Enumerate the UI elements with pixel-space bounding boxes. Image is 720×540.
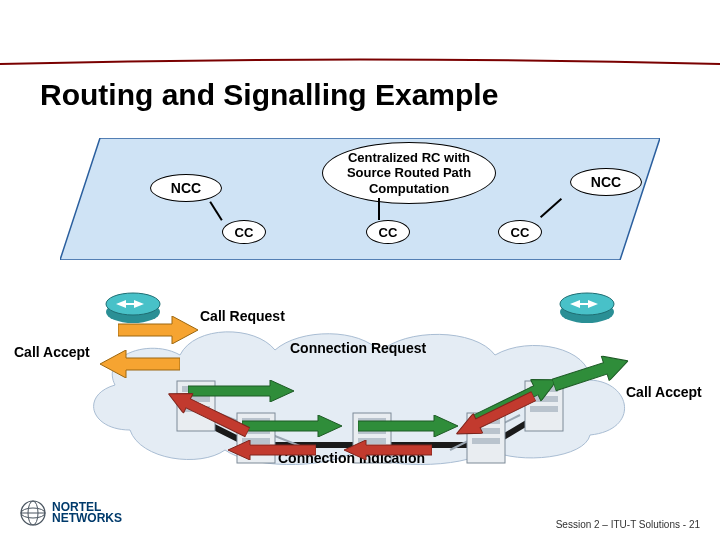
- cc-1: CC: [222, 220, 266, 244]
- svg-marker-31: [344, 440, 432, 460]
- slide-title: Routing and Signalling Example: [40, 78, 498, 112]
- logo-text: NORTEL NETWORKS: [52, 502, 122, 525]
- arrow-call-accept-left: [100, 350, 180, 378]
- centralized-rc: Centralized RC with Source Routed Path C…: [322, 142, 496, 204]
- router-right: [558, 282, 616, 324]
- rc-label: Centralized RC with Source Routed Path C…: [329, 150, 489, 197]
- svg-marker-30: [228, 440, 316, 460]
- globe-icon: [20, 500, 46, 526]
- call-request-label: Call Request: [200, 308, 285, 324]
- arrow-call-request: [118, 316, 198, 344]
- cc-3-label: CC: [511, 225, 530, 240]
- slide: Routing and Signalling Example NCC NCC C…: [0, 0, 720, 540]
- logo: NORTEL NETWORKS: [20, 500, 122, 526]
- arrow-conn-req-2: [242, 415, 342, 437]
- ncc-left-label: NCC: [171, 180, 201, 196]
- arrow-conn-ind-2: [344, 440, 432, 460]
- logo-line2: NETWORKS: [52, 513, 122, 524]
- arrow-conn-ind-1: [228, 440, 316, 460]
- control-plane: NCC NCC Centralized RC with Source Route…: [60, 138, 660, 260]
- ncc-right: NCC: [570, 168, 642, 196]
- svg-rect-20: [472, 438, 500, 444]
- cc-3: CC: [498, 220, 542, 244]
- connection-request-label: Connection Request: [290, 340, 426, 356]
- cc-2: CC: [366, 220, 410, 244]
- conn-rc-cc2: [378, 198, 380, 220]
- svg-marker-25: [118, 316, 198, 344]
- svg-marker-29: [358, 415, 458, 437]
- svg-marker-26: [100, 350, 180, 378]
- cc-1-label: CC: [235, 225, 254, 240]
- call-accept-left-label: Call Accept: [14, 344, 90, 360]
- ncc-left: NCC: [150, 174, 222, 202]
- call-accept-right-label: Call Accept: [626, 384, 702, 400]
- svg-marker-28: [242, 415, 342, 437]
- footer-text: Session 2 – ITU-T Solutions - 21: [556, 519, 700, 530]
- ncc-right-label: NCC: [591, 174, 621, 190]
- cc-2-label: CC: [379, 225, 398, 240]
- arrow-conn-req-3: [358, 415, 458, 437]
